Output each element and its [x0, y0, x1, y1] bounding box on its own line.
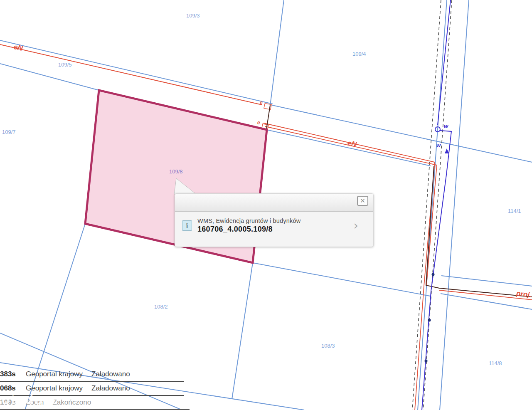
status-log-row: 383sGeoportal krajowyZaładowano	[0, 368, 184, 382]
feature-info-popup: ✕ i WMS, Ewidencja gruntów i budynków 16…	[175, 193, 374, 247]
status-source: Geoportal krajowy	[26, 384, 83, 393]
popup-source-label: WMS, Ewidencja gruntów i budynków	[197, 217, 348, 224]
status-time: 109s	[0, 398, 20, 407]
popup-feature-id: 160706_4.0005.109/8	[197, 225, 348, 234]
status-source: Geoportal krajowy	[26, 370, 83, 378]
status-state: Załadowano	[91, 370, 130, 378]
map-viewer: 109/3109/4109/5109/7109/8108/2108/3114/1…	[0, 0, 532, 410]
status-time: 383s	[0, 370, 20, 378]
status-log-row: 068sGeoportal krajowyZaładowano	[0, 382, 184, 396]
chevron-right-icon[interactable]: ›	[354, 222, 358, 230]
status-state: Załadowano	[91, 384, 130, 393]
popup-body: i WMS, Ewidencja gruntów i budynków 1607…	[175, 212, 373, 240]
popup-texts: WMS, Ewidencja gruntów i budynków 160706…	[197, 217, 348, 234]
status-state: Zakończono	[52, 398, 91, 407]
info-icon: i	[182, 220, 192, 231]
status-separator	[87, 384, 87, 393]
status-log: 383sGeoportal krajowyZaładowano068sGeopo…	[0, 368, 190, 410]
popup-header: ✕	[175, 194, 373, 212]
status-separator	[87, 370, 87, 379]
status-time: 068s	[0, 384, 20, 393]
status-separator	[48, 398, 48, 407]
status-log-row: 109sZoomZakończono	[0, 396, 190, 410]
status-source: Zoom	[26, 398, 44, 407]
close-icon[interactable]: ✕	[357, 196, 368, 206]
